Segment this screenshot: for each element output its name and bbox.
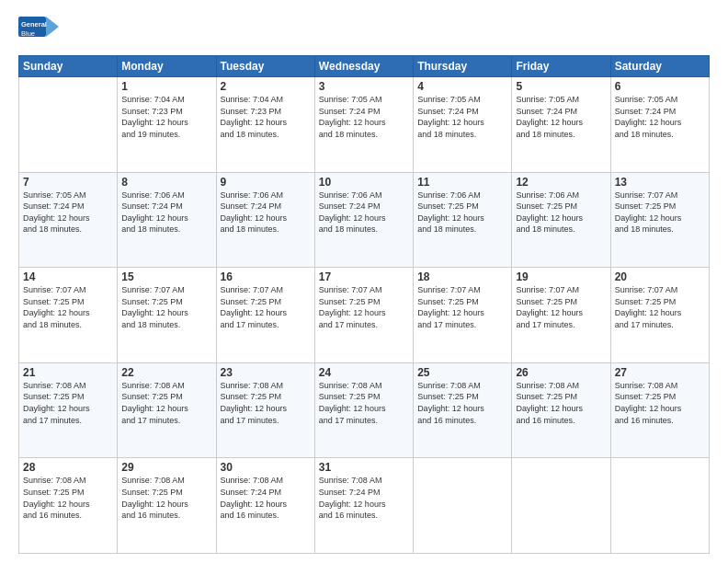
day-number: 2 <box>221 80 311 93</box>
logo: General Blue <box>18 15 59 48</box>
calendar-day-cell: 28Sunrise: 7:08 AM Sunset: 7:25 PM Dayli… <box>19 458 118 554</box>
day-info: Sunrise: 7:08 AM Sunset: 7:25 PM Dayligh… <box>23 475 113 521</box>
calendar-day-cell: 30Sunrise: 7:08 AM Sunset: 7:24 PM Dayli… <box>216 458 314 554</box>
day-number: 14 <box>23 270 113 283</box>
calendar-day-cell: 13Sunrise: 7:07 AM Sunset: 7:25 PM Dayli… <box>610 172 709 268</box>
day-info: Sunrise: 7:07 AM Sunset: 7:25 PM Dayligh… <box>319 284 409 330</box>
day-info: Sunrise: 7:05 AM Sunset: 7:24 PM Dayligh… <box>23 190 113 236</box>
calendar-day-cell: 25Sunrise: 7:08 AM Sunset: 7:25 PM Dayli… <box>414 362 512 458</box>
day-info: Sunrise: 7:07 AM Sunset: 7:25 PM Dayligh… <box>615 284 705 330</box>
calendar-day-cell: 18Sunrise: 7:07 AM Sunset: 7:25 PM Dayli… <box>414 268 512 363</box>
day-info: Sunrise: 7:06 AM Sunset: 7:25 PM Dayligh… <box>516 190 606 236</box>
calendar-day-cell: 19Sunrise: 7:07 AM Sunset: 7:25 PM Dayli… <box>512 268 610 363</box>
day-info: Sunrise: 7:08 AM Sunset: 7:25 PM Dayligh… <box>221 380 311 426</box>
day-info: Sunrise: 7:07 AM Sunset: 7:25 PM Dayligh… <box>615 190 705 236</box>
day-info: Sunrise: 7:06 AM Sunset: 7:24 PM Dayligh… <box>221 190 311 236</box>
calendar-day-cell: 20Sunrise: 7:07 AM Sunset: 7:25 PM Dayli… <box>610 268 709 363</box>
svg-text:Blue: Blue <box>21 29 35 38</box>
day-number: 1 <box>121 80 211 93</box>
day-number: 12 <box>516 176 606 189</box>
day-info: Sunrise: 7:08 AM Sunset: 7:24 PM Dayligh… <box>319 475 409 521</box>
svg-text:General: General <box>21 20 47 29</box>
day-number: 3 <box>319 80 409 93</box>
day-info: Sunrise: 7:05 AM Sunset: 7:24 PM Dayligh… <box>417 94 507 140</box>
calendar-day-cell <box>414 458 512 554</box>
day-info: Sunrise: 7:05 AM Sunset: 7:24 PM Dayligh… <box>516 94 606 140</box>
day-number: 5 <box>516 80 606 93</box>
day-number: 19 <box>516 270 606 283</box>
calendar-day-cell: 6Sunrise: 7:05 AM Sunset: 7:24 PM Daylig… <box>610 77 709 173</box>
day-of-week-header: Monday <box>118 56 216 77</box>
day-of-week-header: Saturday <box>610 56 709 77</box>
day-of-week-header: Wednesday <box>314 56 413 77</box>
day-info: Sunrise: 7:07 AM Sunset: 7:25 PM Dayligh… <box>417 284 507 330</box>
calendar-day-cell <box>512 458 610 554</box>
day-number: 10 <box>319 176 409 189</box>
day-number: 26 <box>516 366 606 379</box>
day-info: Sunrise: 7:08 AM Sunset: 7:25 PM Dayligh… <box>417 380 507 426</box>
day-info: Sunrise: 7:05 AM Sunset: 7:24 PM Dayligh… <box>319 94 409 140</box>
calendar-day-cell: 12Sunrise: 7:06 AM Sunset: 7:25 PM Dayli… <box>512 172 610 268</box>
calendar-day-cell: 27Sunrise: 7:08 AM Sunset: 7:25 PM Dayli… <box>610 362 709 458</box>
calendar-day-cell <box>610 458 709 554</box>
day-info: Sunrise: 7:08 AM Sunset: 7:25 PM Dayligh… <box>516 380 606 426</box>
calendar-day-cell: 22Sunrise: 7:08 AM Sunset: 7:25 PM Dayli… <box>118 362 216 458</box>
logo-svg: General Blue <box>18 15 59 48</box>
day-number: 7 <box>23 176 113 189</box>
day-number: 9 <box>221 176 311 189</box>
calendar-day-cell: 26Sunrise: 7:08 AM Sunset: 7:25 PM Dayli… <box>512 362 610 458</box>
day-number: 24 <box>319 366 409 379</box>
calendar-day-cell: 17Sunrise: 7:07 AM Sunset: 7:25 PM Dayli… <box>314 268 413 363</box>
day-of-week-header: Sunday <box>19 56 118 77</box>
day-number: 27 <box>615 366 705 379</box>
calendar-day-cell: 8Sunrise: 7:06 AM Sunset: 7:24 PM Daylig… <box>118 172 216 268</box>
day-info: Sunrise: 7:06 AM Sunset: 7:25 PM Dayligh… <box>417 190 507 236</box>
calendar-day-cell: 24Sunrise: 7:08 AM Sunset: 7:25 PM Dayli… <box>314 362 413 458</box>
day-info: Sunrise: 7:07 AM Sunset: 7:25 PM Dayligh… <box>516 284 606 330</box>
day-number: 15 <box>121 270 211 283</box>
calendar-day-cell: 4Sunrise: 7:05 AM Sunset: 7:24 PM Daylig… <box>414 77 512 173</box>
day-of-week-header: Friday <box>512 56 610 77</box>
calendar-day-cell: 16Sunrise: 7:07 AM Sunset: 7:25 PM Dayli… <box>216 268 314 363</box>
day-info: Sunrise: 7:08 AM Sunset: 7:25 PM Dayligh… <box>319 380 409 426</box>
day-number: 17 <box>319 270 409 283</box>
day-number: 8 <box>121 176 211 189</box>
calendar-table: SundayMondayTuesdayWednesdayThursdayFrid… <box>18 55 710 554</box>
day-info: Sunrise: 7:05 AM Sunset: 7:24 PM Dayligh… <box>615 94 705 140</box>
calendar-day-cell: 5Sunrise: 7:05 AM Sunset: 7:24 PM Daylig… <box>512 77 610 173</box>
day-info: Sunrise: 7:07 AM Sunset: 7:25 PM Dayligh… <box>121 284 211 330</box>
calendar-day-cell: 3Sunrise: 7:05 AM Sunset: 7:24 PM Daylig… <box>314 77 413 173</box>
calendar-header-row: SundayMondayTuesdayWednesdayThursdayFrid… <box>19 56 710 77</box>
day-info: Sunrise: 7:06 AM Sunset: 7:24 PM Dayligh… <box>121 190 211 236</box>
day-number: 20 <box>615 270 705 283</box>
calendar-day-cell: 7Sunrise: 7:05 AM Sunset: 7:24 PM Daylig… <box>19 172 118 268</box>
calendar-week-row: 1Sunrise: 7:04 AM Sunset: 7:23 PM Daylig… <box>19 77 710 173</box>
day-number: 23 <box>221 366 311 379</box>
day-info: Sunrise: 7:04 AM Sunset: 7:23 PM Dayligh… <box>121 94 211 140</box>
calendar-day-cell: 1Sunrise: 7:04 AM Sunset: 7:23 PM Daylig… <box>118 77 216 173</box>
day-of-week-header: Tuesday <box>216 56 314 77</box>
day-number: 13 <box>615 176 705 189</box>
day-number: 30 <box>221 461 311 474</box>
day-number: 29 <box>121 461 211 474</box>
day-info: Sunrise: 7:08 AM Sunset: 7:25 PM Dayligh… <box>615 380 705 426</box>
day-number: 4 <box>417 80 507 93</box>
calendar-day-cell: 21Sunrise: 7:08 AM Sunset: 7:25 PM Dayli… <box>19 362 118 458</box>
calendar-day-cell: 2Sunrise: 7:04 AM Sunset: 7:23 PM Daylig… <box>216 77 314 173</box>
day-info: Sunrise: 7:08 AM Sunset: 7:25 PM Dayligh… <box>121 475 211 521</box>
day-info: Sunrise: 7:08 AM Sunset: 7:25 PM Dayligh… <box>23 380 113 426</box>
day-info: Sunrise: 7:08 AM Sunset: 7:25 PM Dayligh… <box>121 380 211 426</box>
calendar-day-cell: 29Sunrise: 7:08 AM Sunset: 7:25 PM Dayli… <box>118 458 216 554</box>
svg-marker-1 <box>46 17 59 37</box>
day-number: 22 <box>121 366 211 379</box>
day-number: 21 <box>23 366 113 379</box>
calendar-week-row: 21Sunrise: 7:08 AM Sunset: 7:25 PM Dayli… <box>19 362 710 458</box>
day-of-week-header: Thursday <box>414 56 512 77</box>
page: General Blue SundayMondayTuesdayWednesda… <box>0 0 728 563</box>
calendar-week-row: 7Sunrise: 7:05 AM Sunset: 7:24 PM Daylig… <box>19 172 710 268</box>
calendar-day-cell: 15Sunrise: 7:07 AM Sunset: 7:25 PM Dayli… <box>118 268 216 363</box>
day-number: 25 <box>417 366 507 379</box>
day-info: Sunrise: 7:06 AM Sunset: 7:24 PM Dayligh… <box>319 190 409 236</box>
calendar-week-row: 14Sunrise: 7:07 AM Sunset: 7:25 PM Dayli… <box>19 268 710 363</box>
day-info: Sunrise: 7:08 AM Sunset: 7:24 PM Dayligh… <box>221 475 311 521</box>
